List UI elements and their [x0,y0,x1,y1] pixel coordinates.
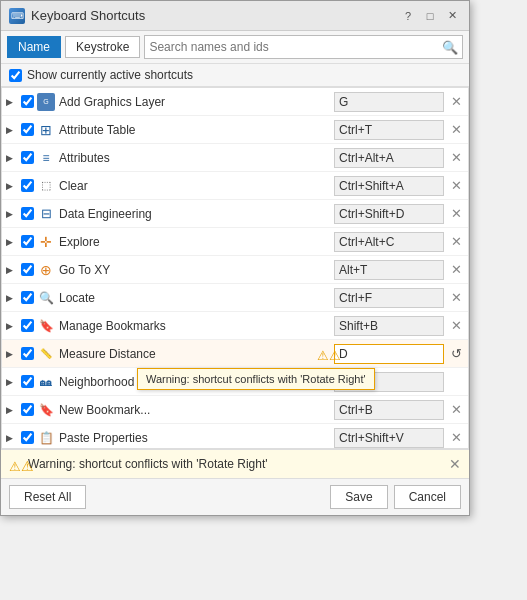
expand-arrow[interactable]: ▶ [6,321,18,331]
title-controls: ? □ ✕ [399,7,461,25]
item-name: Measure Distance [59,347,317,361]
item-checkbox[interactable] [21,95,34,108]
item-name: New Bookmark... [59,403,334,417]
reset-all-button[interactable]: Reset All [9,485,86,509]
list-item-conflict: ▶ 📏 Measure Distance ⚠ D ↺ Warning: shor… [2,340,468,368]
list-item: ▶ G Add Graphics Layer G ✕ [2,88,468,116]
search-box: 🔍 [144,35,463,59]
list-item: ▶ 🔍 Locate Ctrl+F ✕ [2,284,468,312]
shortcut-field[interactable]: Ctrl+B [334,400,444,420]
expand-arrow[interactable]: ▶ [6,265,18,275]
item-checkbox[interactable] [21,235,34,248]
keyboard-shortcuts-dialog: ⌨ Keyboard Shortcuts ? □ ✕ Name Keystrok… [0,0,470,516]
item-name: Manage Bookmarks [59,319,334,333]
expand-arrow[interactable]: ▶ [6,181,18,191]
delete-button[interactable]: ✕ [448,234,464,250]
dialog-icon: ⌨ [9,8,25,24]
delete-button[interactable]: ✕ [448,318,464,334]
new-bookmark-icon: 🔖 [37,401,55,419]
shortcut-field[interactable]: Ctrl+Shift+A [334,176,444,196]
conflict-warning-icon: ⚠ [317,348,331,360]
expand-arrow[interactable]: ▶ [6,153,18,163]
expand-arrow[interactable]: ▶ [6,209,18,219]
expand-arrow[interactable]: ▶ [6,97,18,107]
delete-button[interactable]: ✕ [448,430,464,446]
expand-arrow[interactable]: ▶ [6,433,18,443]
manage-bookmarks-icon: 🔖 [37,317,55,335]
warning-close-button[interactable]: ✕ [449,456,461,472]
item-checkbox[interactable] [21,151,34,164]
tab-name[interactable]: Name [7,36,61,58]
expand-arrow[interactable]: ▶ [6,405,18,415]
data-engineering-icon: ⊟ [37,205,55,223]
list-item: ▶ ⊕ Go To XY Alt+T ✕ [2,256,468,284]
item-checkbox[interactable] [21,431,34,444]
item-checkbox[interactable] [21,319,34,332]
delete-button[interactable]: ✕ [448,290,464,306]
shortcut-field[interactable]: Ctrl+T [334,120,444,140]
shortcut-field[interactable]: Ctrl+F [334,288,444,308]
item-name: Attribute Table [59,123,334,137]
dialog-title: Keyboard Shortcuts [31,8,399,23]
shortcut-field[interactable]: Alt+T [334,260,444,280]
shortcut-field[interactable]: Shift+B [334,316,444,336]
maximize-button[interactable]: □ [421,7,439,25]
delete-button[interactable]: ✕ [448,206,464,222]
list-item: ▶ ⬚ Clear Ctrl+Shift+A ✕ [2,172,468,200]
delete-button[interactable]: ✕ [448,122,464,138]
list-item: ▶ 📋 Paste Properties Ctrl+Shift+V ✕ [2,424,468,448]
list-item: ▶ ≡ Attributes Ctrl+Alt+A ✕ [2,144,468,172]
conflict-tooltip: Warning: shortcut conflicts with 'Rotate… [137,368,375,390]
show-active-row: Show currently active shortcuts [1,64,469,87]
reset-shortcut-button[interactable]: ↺ [448,346,464,362]
close-button[interactable]: ✕ [443,7,461,25]
expand-arrow[interactable]: ▶ [6,237,18,247]
search-input[interactable] [149,40,442,54]
shortcut-field[interactable]: Ctrl+Alt+A [334,148,444,168]
item-name: Go To XY [59,263,334,277]
list-item: ▶ ⊟ Data Engineering Ctrl+Shift+D ✕ [2,200,468,228]
expand-arrow[interactable]: ▶ [6,349,18,359]
item-checkbox[interactable] [21,403,34,416]
delete-button[interactable]: ✕ [448,150,464,166]
delete-button[interactable]: ✕ [448,402,464,418]
shortcut-field[interactable]: G [334,92,444,112]
item-checkbox[interactable] [21,263,34,276]
expand-arrow[interactable]: ▶ [6,377,18,387]
item-checkbox[interactable] [21,291,34,304]
item-name: Locate [59,291,334,305]
list-item: ▶ 🔖 Manage Bookmarks Shift+B ✕ [2,312,468,340]
item-checkbox[interactable] [21,375,34,388]
shortcut-field-editing[interactable]: D [334,344,444,364]
delete-button[interactable]: ✕ [448,262,464,278]
locate-icon: 🔍 [37,289,55,307]
warning-icon: ⚠ [9,458,23,470]
list-scroll[interactable]: ▶ G Add Graphics Layer G ✕ ▶ ⊞ Attribute… [2,88,468,448]
footer: Reset All Save Cancel [1,478,469,515]
shortcut-field[interactable]: Ctrl+Shift+D [334,204,444,224]
item-name: Clear [59,179,334,193]
warning-bar: ⚠ Warning: shortcut conflicts with 'Rota… [1,449,469,478]
list-item: ▶ ⊞ Attribute Table Ctrl+T ✕ [2,116,468,144]
item-checkbox[interactable] [21,207,34,220]
graphics-layer-icon: G [37,93,55,111]
show-active-checkbox[interactable] [9,69,22,82]
item-checkbox[interactable] [21,179,34,192]
item-checkbox[interactable] [21,123,34,136]
item-checkbox[interactable] [21,347,34,360]
expand-arrow[interactable]: ▶ [6,125,18,135]
shortcut-field[interactable]: Ctrl+Shift+V [334,428,444,448]
cancel-button[interactable]: Cancel [394,485,461,509]
expand-arrow[interactable]: ▶ [6,293,18,303]
help-button[interactable]: ? [399,7,417,25]
attribute-table-icon: ⊞ [37,121,55,139]
shortcut-field[interactable]: Ctrl+Alt+C [334,232,444,252]
tab-keystroke[interactable]: Keystroke [65,36,140,58]
save-button[interactable]: Save [330,485,387,509]
delete-button[interactable]: ✕ [448,94,464,110]
show-active-label: Show currently active shortcuts [27,68,193,82]
goto-xy-icon: ⊕ [37,261,55,279]
neighborhood-explorer-icon: 🏘 [37,373,55,391]
explore-icon: ✛ [37,233,55,251]
delete-button[interactable]: ✕ [448,178,464,194]
